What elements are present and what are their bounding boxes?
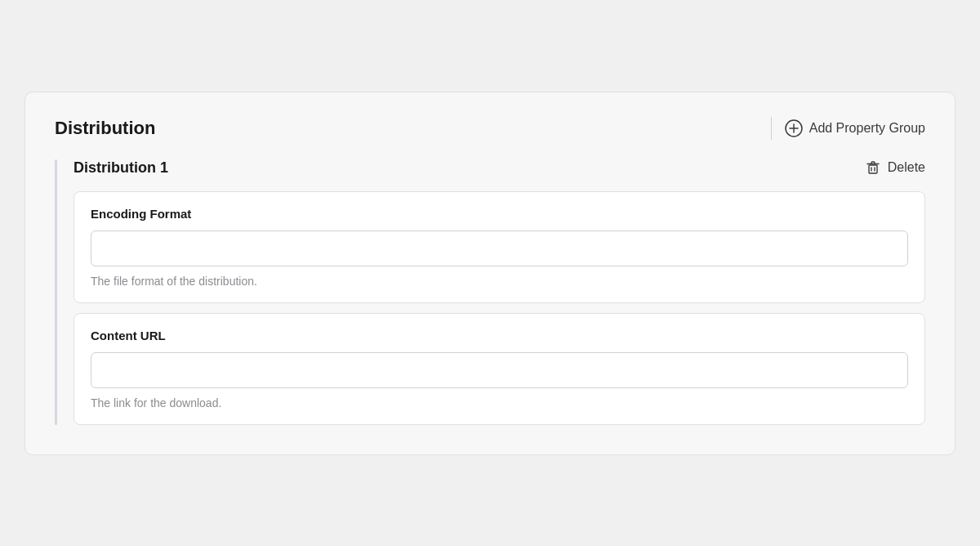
- encoding-format-input[interactable]: [91, 230, 908, 266]
- encoding-format-label: Encoding Format: [91, 207, 908, 221]
- top-header: Distribution Add Property Group: [55, 117, 925, 140]
- delete-label: Delete: [888, 160, 925, 175]
- svg-rect-3: [869, 165, 877, 173]
- trash-icon: [865, 159, 881, 176]
- delete-button[interactable]: Delete: [865, 159, 925, 176]
- fields-container: Encoding Format The file format of the d…: [74, 191, 925, 425]
- content-url-card: Content URL The link for the download.: [74, 313, 925, 425]
- header-divider: [771, 117, 772, 140]
- main-container: Distribution Add Property Group Distri: [24, 92, 956, 455]
- section-title: Distribution 1: [74, 159, 168, 177]
- circle-plus-icon: [785, 119, 803, 137]
- add-property-group-label: Add Property Group: [809, 121, 925, 136]
- left-border-line: [55, 159, 57, 425]
- page-title: Distribution: [55, 118, 155, 139]
- section-content: Distribution 1 Delete: [74, 159, 925, 425]
- add-property-group-button[interactable]: Add Property Group: [785, 119, 925, 137]
- add-property-group-area: Add Property Group: [771, 117, 925, 140]
- encoding-format-card: Encoding Format The file format of the d…: [74, 191, 925, 303]
- content-url-hint: The link for the download.: [91, 396, 908, 410]
- section-header: Distribution 1 Delete: [74, 159, 925, 177]
- distribution-section: Distribution 1 Delete: [55, 159, 925, 425]
- content-url-label: Content URL: [91, 329, 908, 342]
- content-url-input[interactable]: [91, 352, 908, 388]
- encoding-format-hint: The file format of the distribution.: [91, 275, 908, 288]
